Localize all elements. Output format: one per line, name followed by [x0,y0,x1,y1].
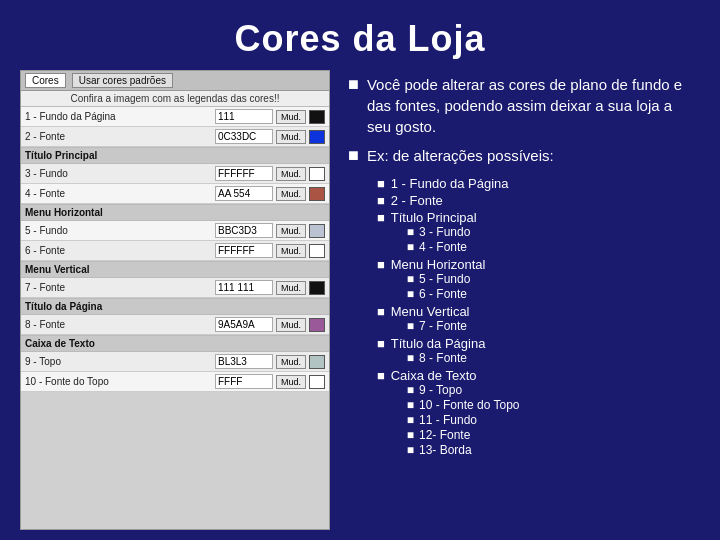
sub-item-caixa-texto: ■ Caixa de Texto ■9 - Topo ■10 - Fonte d… [377,368,554,458]
sub-item-menu-vertical: ■ Menu Vertical ■7 - Fonte [377,304,554,334]
color-row-10: 10 - Fonte do Topo Mud. [21,372,329,392]
bullet-2: ■ Ex: de alterações possíveis: ■ 1 - Fun… [348,145,700,460]
btn-8[interactable]: Mud. [276,318,306,332]
row-label-8: 8 - Fonte [25,319,215,330]
main-content: Cores Usar cores padrões Confira a image… [0,70,720,530]
btn-2[interactable]: Mud. [276,130,306,144]
right-panel: ■ Você pode alterar as cores de plano de… [348,70,700,530]
sub-sub-5-fundo: ■5 - Fundo [407,272,486,286]
btn-6[interactable]: Mud. [276,244,306,258]
bullet-1: ■ Você pode alterar as cores de plano de… [348,74,700,137]
sub-sub-10-fonte-topo: ■10 - Fonte do Topo [407,398,520,412]
swatch-5 [309,224,325,238]
color-row-3: 3 - Fundo Mud. [21,164,329,184]
swatch-1 [309,110,325,124]
section-caixa-texto: Caixa de Texto [21,335,329,352]
btn-5[interactable]: Mud. [276,224,306,238]
sub-sub-titulo: ■3 - Fundo ■4 - Fonte [407,225,477,254]
input-7[interactable] [215,280,273,295]
input-1[interactable] [215,109,273,124]
section-menu-vertical: Menu Vertical [21,261,329,278]
swatch-6 [309,244,325,258]
tab-usar-cores[interactable]: Usar cores padrões [72,73,173,88]
bullet-dot-1: ■ [348,74,359,96]
color-row-2: 2 - Fonte Mud. [21,127,329,147]
swatch-9 [309,355,325,369]
row-label-4: 4 - Fonte [25,188,215,199]
sub-sub-7-fonte: ■7 - Fonte [407,319,470,333]
input-4[interactable] [215,186,273,201]
sub-item-fonte: ■ 2 - Fonte [377,193,554,208]
color-row-9: 9 - Topo Mud. [21,352,329,372]
color-row-6: 6 - Fonte Mud. [21,241,329,261]
btn-4[interactable]: Mud. [276,187,306,201]
color-row-1: 1 - Fundo da Página Mud. [21,107,329,127]
swatch-4 [309,187,325,201]
swatch-8 [309,318,325,332]
bullet-dot-2: ■ [348,145,359,167]
swatch-7 [309,281,325,295]
sub-item-fundo-pagina: ■ 1 - Fundo da Página [377,176,554,191]
btn-3[interactable]: Mud. [276,167,306,181]
section-menu-horizontal: Menu Horizontal [21,204,329,221]
input-9[interactable] [215,354,273,369]
sub-sub-4-fonte: ■4 - Fonte [407,240,477,254]
sub-sub-titulo-pag: ■8 - Fonte [407,351,486,365]
sub-sub-11-fundo: ■11 - Fundo [407,413,520,427]
color-row-8: 8 - Fonte Mud. [21,315,329,335]
btn-9[interactable]: Mud. [276,355,306,369]
btn-10[interactable]: Mud. [276,375,306,389]
sub-sub-caixa: ■9 - Topo ■10 - Fonte do Topo ■11 - Fund… [407,383,520,457]
swatch-10 [309,375,325,389]
color-row-7: 7 - Fonte Mud. [21,278,329,298]
input-10[interactable] [215,374,273,389]
sub-sub-9-topo: ■9 - Topo [407,383,520,397]
sub-item-titulo-principal: ■ Título Principal ■3 - Fundo ■4 - Fonte [377,210,554,255]
row-label-6: 6 - Fonte [25,245,215,256]
sub-list: ■ 1 - Fundo da Página ■ 2 - Fonte ■ Títu… [377,176,554,458]
sub-item-titulo-pagina: ■ Título da Página ■8 - Fonte [377,336,554,366]
swatch-3 [309,167,325,181]
input-2[interactable] [215,129,273,144]
sub-sub-6-fonte: ■6 - Fonte [407,287,486,301]
btn-1[interactable]: Mud. [276,110,306,124]
color-row-4: 4 - Fonte Mud. [21,184,329,204]
sub-sub-menu-v: ■7 - Fonte [407,319,470,333]
section-titulo-principal: Título Principal [21,147,329,164]
sub-sub-3-fundo: ■3 - Fundo [407,225,477,239]
row-label-2: 2 - Fonte [25,131,215,142]
input-5[interactable] [215,223,273,238]
row-label-7: 7 - Fonte [25,282,215,293]
panel-notice: Confira a imagem com as legendas das cor… [21,91,329,107]
row-label-10: 10 - Fonte do Topo [25,376,215,387]
row-label-5: 5 - Fundo [25,225,215,236]
sub-sub-13-borda: ■13- Borda [407,443,520,457]
page-title: Cores da Loja [0,0,720,70]
btn-7[interactable]: Mud. [276,281,306,295]
row-label-3: 3 - Fundo [25,168,215,179]
sub-sub-12-fonte: ■12- Fonte [407,428,520,442]
bullet-text-2: Ex: de alterações possíveis: [367,147,554,164]
swatch-2 [309,130,325,144]
color-row-5: 5 - Fundo Mud. [21,221,329,241]
input-8[interactable] [215,317,273,332]
row-label-1: 1 - Fundo da Página [25,111,215,122]
input-3[interactable] [215,166,273,181]
panel-top-bar: Cores Usar cores padrões [21,71,329,91]
input-6[interactable] [215,243,273,258]
left-panel: Cores Usar cores padrões Confira a image… [20,70,330,530]
section-titulo-pagina: Título da Página [21,298,329,315]
sub-sub-8-fonte: ■8 - Fonte [407,351,486,365]
row-label-9: 9 - Topo [25,356,215,367]
sub-sub-menu-h: ■5 - Fundo ■6 - Fonte [407,272,486,301]
tab-cores[interactable]: Cores [25,73,66,88]
sub-item-menu-horizontal: ■ Menu Horizontal ■5 - Fundo ■6 - Fonte [377,257,554,302]
bullet-text-1: Você pode alterar as cores de plano de f… [367,74,700,137]
